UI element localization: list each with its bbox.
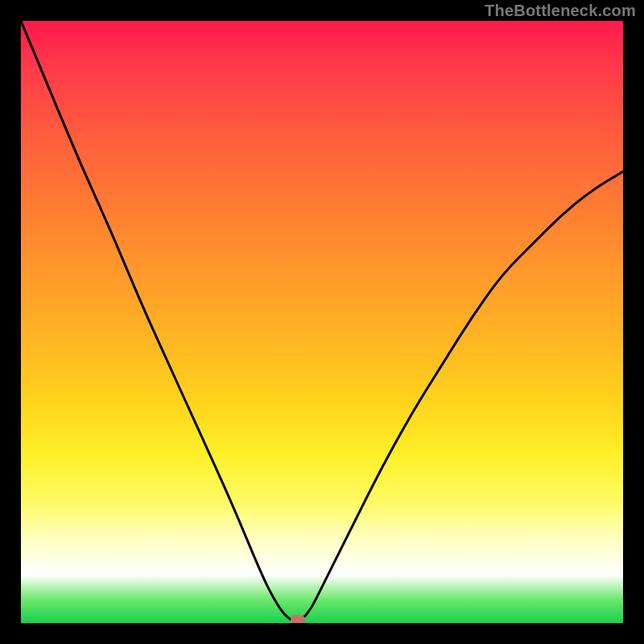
bottleneck-curve bbox=[21, 21, 623, 623]
chart-frame: TheBottleneck.com bbox=[0, 0, 644, 644]
watermark-text: TheBottleneck.com bbox=[485, 2, 636, 20]
optimal-point-marker bbox=[291, 615, 305, 623]
plot-area bbox=[21, 21, 623, 623]
